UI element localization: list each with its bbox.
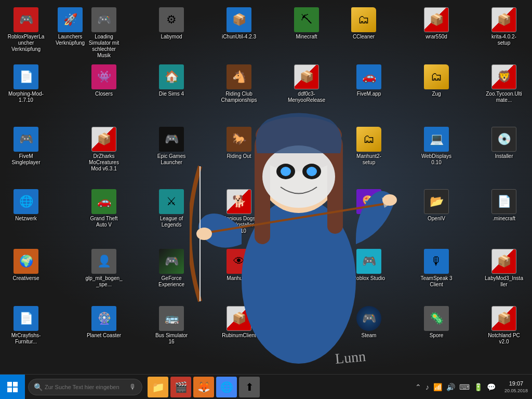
desktop-icon-lol[interactable]: ⚔League of Legends [151, 187, 192, 230]
desktop-icon-minecraft[interactable]: ⛏Minecraft [286, 5, 327, 42]
desktop-icon-notchland[interactable]: 📦Notchland PC v2.0 [483, 304, 525, 347]
taskbar-app-firefox[interactable]: 🦊 [193, 377, 214, 397]
desktop-icon-loading-sim[interactable]: 🎮Loading Simulator mit schlechter Musik [83, 5, 125, 61]
icon-image-installer: 💿 [491, 127, 516, 152]
icon-image-launchers: 🚀 [58, 7, 83, 32]
taskbar-app-arrow-icon[interactable]: ⬆ [239, 377, 260, 397]
desktop-icon-manhunt2-setup[interactable]: 🗂Manhunt2-setup [348, 125, 390, 168]
clock[interactable]: 19:07 20.05.2018 [500, 380, 532, 394]
tray-battery[interactable]: 🔋 [472, 382, 484, 392]
svg-rect-20 [13, 388, 18, 392]
icon-image-dotminecraft: 📄 [491, 189, 516, 214]
desktop-icon-netzwerk[interactable]: 🌐Netzwerk [5, 187, 47, 224]
desktop-icon-dotminecraft[interactable]: 📄.minecraft [483, 187, 525, 224]
icon-image-planet-coaster: 🎡 [91, 306, 116, 331]
tray-arrow[interactable]: ⌃ [414, 382, 423, 392]
desktop-icon-geforce[interactable]: 🎮GeForce Experience [151, 247, 192, 290]
desktop-icon-spore[interactable]: 🦠Spore [416, 304, 457, 341]
desktop-icon-drzharks[interactable]: 📦DrZharks MoCreatures Mod v6.3.1 [83, 125, 125, 174]
icon-image-mods-verk: 🗂 [294, 306, 319, 331]
icon-image-manhunt2: 👁 [227, 249, 251, 274]
tray-volume[interactable]: 🔊 [445, 382, 457, 392]
desktop-icon-steam[interactable]: 🎮Steam [348, 304, 390, 341]
icon-grid: 🎮RobloxPlayerLauncher Verknüpfung🚀Launch… [0, 0, 532, 374]
icon-image-teamspeak: 🎙 [424, 249, 449, 274]
tray-keyboard[interactable]: ⌨ [458, 382, 471, 392]
icon-image-openlv: 📂 [424, 189, 449, 214]
icon-image-copious-dogs: 🐕 [227, 189, 251, 214]
desktop-icon-bus-sim[interactable]: 🚌Bus Simulator 16 [151, 304, 192, 347]
tray-music[interactable]: ♪ [424, 382, 431, 392]
desktop-icon-roblox-player[interactable]: 🎮Roblox Player [286, 125, 327, 162]
desktop-icon-zug[interactable]: 🗂Zug [416, 62, 457, 99]
desktop-icon-manhunt2[interactable]: 👁Manhunt 2 [218, 247, 260, 284]
desktop-icon-fivem-single[interactable]: 🎮FiveM Singleplayer [5, 125, 47, 168]
icon-image-geforce: 🎮 [159, 249, 184, 274]
search-input[interactable] [45, 384, 123, 390]
desktop-icon-krita-setup[interactable]: 📦krita-4.0.2-setup [483, 5, 525, 48]
desktop-icon-riding-out[interactable]: 🐎Riding Out [218, 125, 260, 162]
desktop-icon-wrar[interactable]: 📦wrar550d [416, 5, 457, 42]
icon-label-riding-out: Riding Out [227, 153, 251, 159]
desktop-icon-creativerse[interactable]: 🌍Creativerse [5, 247, 47, 284]
icon-image-epic-games: 🎮 [159, 127, 184, 152]
icon-image-spore: 🦠 [424, 306, 449, 331]
desktop-icon-epic-games[interactable]: 🎮Epic Games Launcher [151, 125, 192, 168]
desktop: 🎮RobloxPlayerLauncher Verknüpfung🚀Launch… [0, 0, 532, 374]
desktop-icon-webdisplays[interactable]: 💻WebDisplays 0.10 [416, 125, 457, 168]
desktop-icon-teamspeak[interactable]: 🎙TeamSpeak 3 Client [416, 247, 457, 290]
desktop-icon-glp[interactable]: 👤glp_mit_bogen__spe... [83, 247, 125, 290]
desktop-icon-ccleaner[interactable]: 🗂CCleaner [343, 5, 384, 42]
desktop-icon-rubinum[interactable]: 📦RubinumClient [218, 304, 260, 341]
desktop-icon-die-sims[interactable]: 🏠Die Sims 4 [151, 62, 192, 99]
desktop-icon-closers[interactable]: 👾Closers [83, 62, 125, 99]
icon-image-manhunt2-setup: 🗂 [356, 127, 381, 152]
desktop-icon-copious-dogs[interactable]: 🐕Copious Dogs Mod Installer 1.7.10 [218, 187, 260, 236]
taskbar-icons: 📁🎬🦊🌐⬆ [145, 377, 410, 397]
desktop-icon-labymod3[interactable]: 📦LabyMod3_Installer [483, 247, 525, 290]
search-bar[interactable]: 🔍 🎙 [28, 379, 142, 395]
svg-rect-19 [7, 388, 12, 392]
taskbar-app-file-explorer[interactable]: 📁 [148, 377, 168, 397]
tray-extra[interactable]: 💬 [485, 382, 497, 392]
taskbar-app-chrome[interactable]: 🌐 [216, 377, 237, 397]
icon-image-rubinum: 📦 [227, 306, 251, 331]
icon-image-mrcrayfishs: 📄 [14, 306, 38, 331]
desktop-icon-roblox-studio[interactable]: 🎮Roblox Studio [348, 247, 390, 284]
icon-label-fivem-single: FiveM Singleplayer [7, 153, 45, 166]
icon-label-netzwerk: Netzwerk [15, 216, 37, 222]
start-button[interactable] [0, 375, 25, 400]
icon-label-ccleaner: CCleaner [353, 34, 375, 40]
desktop-icon-zoo-tycoon[interactable]: 🦁Zoo.Tycoon.Ultimate... [483, 62, 525, 105]
desktop-icon-riding-club[interactable]: 🐴Riding Club Championships [218, 62, 260, 105]
tray-network[interactable]: 📶 [432, 382, 444, 392]
taskbar-app-media-player[interactable]: 🎬 [170, 377, 191, 397]
clock-date: 20.05.2018 [504, 388, 528, 394]
desktop-icon-roblox-launcher[interactable]: 🎮RobloxPlayerLauncher Verknüpfung [5, 5, 47, 55]
desktop-icon-ichunutil[interactable]: 📦iChunUtil-4.2.3 [218, 5, 260, 42]
icon-image-bus-sim: 🚌 [159, 306, 184, 331]
icon-image-forge-188: 🔧 [294, 249, 319, 274]
icon-label-lol: League of Legends [153, 216, 190, 228]
icon-label-copious-dogs: Copious Dogs Mod Installer 1.7.10 [220, 216, 258, 234]
icon-image-creativerse: 🌍 [14, 249, 38, 274]
desktop-icon-krita[interactable]: 🎨Krita [348, 187, 390, 224]
icon-image-zug: 🗂 [424, 64, 449, 89]
desktop-icon-gta5[interactable]: 🚗Grand Theft Auto V [83, 187, 125, 230]
desktop-icon-openlv[interactable]: 📂OpenIV [416, 187, 457, 224]
icon-image-fivem: 🚗 [356, 64, 381, 89]
desktop-icon-forge-1710[interactable]: 🔧forge-1.7.10-10.13.4.... [286, 187, 327, 230]
desktop-icon-planet-coaster[interactable]: 🎡Planet Coaster [83, 304, 125, 341]
icon-label-riding-club: Riding Club Championships [220, 91, 258, 103]
desktop-icon-mrcrayfishs[interactable]: 📄MrCrayfishs-Furnitur... [5, 304, 47, 347]
icon-image-krita: 🎨 [356, 189, 381, 214]
desktop-icon-installer[interactable]: 💿Installer [483, 125, 525, 162]
desktop-icon-labymod[interactable]: ⚙Labymod [151, 5, 192, 42]
desktop-icon-ddf0c3[interactable]: 📦ddf0c3-MenyooRelease [286, 62, 327, 105]
desktop-icon-mods-verk[interactable]: 🗂mods - Verknüpfung [286, 304, 327, 347]
icon-label-ichunutil: iChunUtil-4.2.3 [222, 34, 256, 40]
desktop-icon-morphing[interactable]: 📄Morphing-Mod-1.7.10 [5, 62, 47, 105]
icon-label-mods-verk: mods - Verknüpfung [288, 332, 325, 345]
desktop-icon-forge-188[interactable]: 🔧forge-1.8.8-11.15.0.1... [286, 247, 327, 290]
desktop-icon-fivem[interactable]: 🚗FiveM.app [348, 62, 390, 99]
